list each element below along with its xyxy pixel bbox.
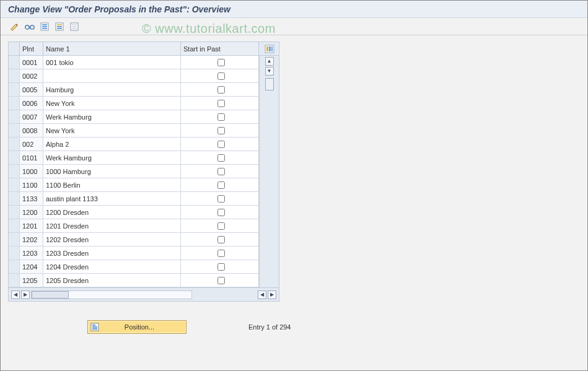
cell-name[interactable]: 001 tokio	[43, 56, 181, 69]
row-selector[interactable]	[9, 56, 20, 69]
start-in-past-checkbox[interactable]	[217, 195, 225, 203]
row-selector[interactable]	[9, 206, 20, 219]
row-selector[interactable]	[9, 69, 20, 82]
scroll-left-icon[interactable]: ◀	[11, 290, 20, 299]
start-in-past-checkbox[interactable]	[217, 236, 225, 243]
start-in-past-checkbox[interactable]	[217, 250, 225, 257]
col-header-name[interactable]: Name 1	[43, 42, 181, 55]
cell-name[interactable]: 1200 Dresden	[43, 206, 181, 219]
row-selector[interactable]	[9, 83, 20, 96]
cell-name[interactable]: austin plant 1133	[43, 192, 181, 205]
row-selector[interactable]	[9, 151, 20, 164]
col-header-start[interactable]: Start in Past	[181, 42, 259, 55]
cell-name[interactable]: 1203 Dresden	[43, 247, 181, 260]
cell-start	[181, 56, 259, 69]
start-in-past-checkbox[interactable]	[217, 59, 225, 66]
row-selector[interactable]	[9, 137, 20, 151]
scroll-right-end-icon[interactable]: ▶	[268, 290, 276, 299]
start-in-past-checkbox[interactable]	[217, 127, 225, 134]
row-selector[interactable]	[9, 124, 20, 137]
cell-plnt[interactable]: 1205	[20, 274, 43, 287]
cell-plnt[interactable]: 0001	[20, 56, 43, 69]
cell-name[interactable]: 1204 Dresden	[43, 260, 181, 273]
cell-plnt[interactable]: 0006	[20, 97, 43, 110]
cell-plnt[interactable]: 0008	[20, 124, 43, 137]
cell-name[interactable]: New York	[43, 124, 181, 137]
row-selector[interactable]	[9, 178, 20, 191]
cell-plnt[interactable]: 1100	[20, 178, 43, 191]
vertical-scrollbar[interactable]: ▲ ▼	[259, 56, 279, 287]
cell-name[interactable]: 1205 Dresden	[43, 274, 181, 287]
table-configure-icon[interactable]	[259, 42, 278, 55]
hscroll-thumb[interactable]	[32, 291, 69, 299]
cell-start	[181, 260, 259, 273]
cell-name[interactable]: 1100 Berlin	[43, 178, 181, 191]
cell-plnt[interactable]: 1000	[20, 165, 43, 178]
scroll-down-icon[interactable]: ▼	[265, 67, 274, 76]
cell-plnt[interactable]: 1201	[20, 219, 43, 232]
start-in-past-checkbox[interactable]	[217, 222, 225, 230]
cell-name[interactable]: Werk Hamburg	[43, 151, 181, 164]
cell-plnt[interactable]: 1202	[20, 233, 43, 246]
cell-name[interactable]: 1202 Dresden	[43, 233, 181, 246]
cell-start	[181, 219, 259, 232]
cell-start	[181, 192, 259, 205]
start-in-past-checkbox[interactable]	[217, 141, 225, 148]
row-selector[interactable]	[9, 192, 20, 205]
cell-name[interactable]	[43, 69, 181, 82]
toggle-display-change-icon[interactable]	[9, 21, 20, 32]
row-selector[interactable]	[9, 97, 20, 110]
cell-start	[181, 206, 259, 219]
start-in-past-checkbox[interactable]	[217, 277, 225, 284]
cell-name[interactable]: 1000 Hamburg	[43, 165, 181, 178]
row-selector[interactable]	[9, 233, 20, 246]
cell-name[interactable]: Werk Hamburg	[43, 110, 181, 123]
start-in-past-checkbox[interactable]	[217, 113, 225, 121]
position-button[interactable]: Position...	[87, 320, 186, 334]
row-selector[interactable]	[9, 274, 20, 287]
start-in-past-checkbox[interactable]	[217, 209, 225, 216]
svg-rect-17	[271, 46, 273, 51]
scroll-right-icon[interactable]: ▶	[21, 290, 30, 299]
start-in-past-checkbox[interactable]	[217, 168, 225, 175]
select-block-icon[interactable]	[54, 21, 65, 32]
cell-plnt[interactable]: 1204	[20, 260, 43, 273]
svg-rect-7	[57, 24, 62, 25]
cell-plnt[interactable]: 1133	[20, 192, 43, 205]
cell-plnt[interactable]: 1203	[20, 247, 43, 260]
start-in-past-checkbox[interactable]	[217, 86, 225, 94]
row-selector[interactable]	[9, 110, 20, 123]
start-in-past-checkbox[interactable]	[217, 154, 225, 162]
cell-plnt[interactable]: 002	[20, 137, 43, 151]
cell-plnt[interactable]: 0101	[20, 151, 43, 164]
select-all-icon[interactable]	[39, 21, 50, 32]
table-row: 12051205 Dresden	[9, 274, 259, 287]
start-in-past-checkbox[interactable]	[217, 72, 225, 80]
row-selector[interactable]	[9, 247, 20, 260]
scroll-thumb[interactable]	[265, 78, 274, 90]
cell-plnt[interactable]: 0002	[20, 69, 43, 82]
row-selector[interactable]	[9, 165, 20, 178]
cell-plnt[interactable]: 0005	[20, 83, 43, 96]
cell-name[interactable]: New York	[43, 97, 181, 110]
start-in-past-checkbox[interactable]	[217, 100, 225, 107]
cell-plnt[interactable]: 0007	[20, 110, 43, 123]
start-in-past-checkbox[interactable]	[217, 263, 225, 271]
col-header-plnt[interactable]: Plnt	[20, 42, 43, 55]
deselect-all-icon[interactable]	[69, 21, 80, 32]
scroll-up-icon[interactable]: ▲	[265, 57, 274, 66]
row-selector[interactable]	[9, 219, 20, 232]
horizontal-scrollbar[interactable]: ◀ ▶ ◀ ▶	[9, 287, 279, 301]
cell-plnt[interactable]: 1200	[20, 206, 43, 219]
cell-name[interactable]: 1201 Dresden	[43, 219, 181, 232]
col-header-selector[interactable]	[9, 42, 20, 55]
table-body: 0001001 tokio00020005Hamburg0006New York…	[9, 56, 259, 287]
glasses-icon[interactable]	[24, 21, 35, 32]
hscroll-track[interactable]	[31, 290, 192, 299]
cell-name[interactable]: Alpha 2	[43, 137, 181, 151]
table-row: 0002	[9, 69, 259, 83]
scroll-left-end-icon[interactable]: ◀	[258, 290, 266, 299]
start-in-past-checkbox[interactable]	[217, 181, 225, 189]
row-selector[interactable]	[9, 260, 20, 273]
cell-name[interactable]: Hamburg	[43, 83, 181, 96]
